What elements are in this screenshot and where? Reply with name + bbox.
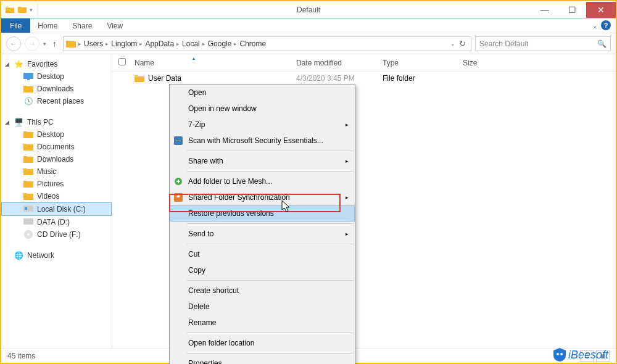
folder-icon [66,39,76,48]
column-headers: Name ▴ Date modified Type Size [112,54,616,72]
scan-icon [173,136,183,146]
context-menu-item[interactable]: Rename [170,315,355,331]
context-menu-item[interactable]: Add folder to Live Mesh... [170,173,355,189]
sidebar-item-localdisk-c[interactable]: Local Disk (C:) [1,202,112,216]
column-date[interactable]: Date modified [296,59,383,67]
sidebar-item-desktop[interactable]: Desktop [1,70,112,83]
ribbon-file-tab[interactable]: File [1,19,30,33]
context-menu-item[interactable]: 7-Zip▸ [170,117,355,133]
folder-icon [23,154,33,164]
svg-point-10 [557,353,559,355]
titlebar-icons: ▾ │ [1,4,41,15]
context-menu-label: Properties [188,359,222,364]
titlebar-dropdown-icon[interactable]: ▾ [30,7,33,13]
refresh-icon[interactable]: ↻ [459,39,468,48]
context-menu-item[interactable]: Shared Folder Synchronization▸ [170,189,355,205]
context-menu-label: Open in new window [188,104,257,113]
context-menu-item[interactable]: Restore previous versions [170,205,355,221]
sidebar-item-documents[interactable]: Documents [1,141,112,153]
sidebar-item-downloads[interactable]: Downloads [1,153,112,165]
svg-rect-1 [27,79,30,80]
search-icon: 🔍 [597,39,607,48]
ribbon-tab-share[interactable]: Share [65,19,99,33]
context-menu-item[interactable]: Copy [170,262,355,278]
sidebar-item-videos[interactable]: Videos [1,190,112,202]
window-title: Default [297,6,320,14]
sidebar-header-network[interactable]: 🌐 Network [1,249,112,262]
breadcrumb-item[interactable]: AppData [145,39,174,48]
sidebar-item-label: Documents [37,143,75,151]
folder-icon [135,74,144,83]
sidebar-item-pictures[interactable]: Pictures [1,178,112,190]
context-menu-item[interactable]: Open in new window [170,101,355,117]
context-menu-item[interactable]: Open folder location [170,335,355,351]
tree-collapse-icon[interactable]: ◢ [5,119,9,125]
breadcrumb-item[interactable]: Linglom [111,39,137,48]
sidebar-favorites: ◢ ⭐ Favorites Desktop Downloads 🕓Recent … [1,58,112,107]
column-type[interactable]: Type [383,59,463,67]
mesh-icon [173,176,183,186]
breadcrumb-dropdown-icon[interactable]: ⌄ [450,41,455,47]
nav-history-dropdown-icon[interactable]: ▾ [43,41,46,47]
svg-rect-4 [23,218,33,225]
nav-forward-button[interactable]: → [25,36,39,51]
help-icon[interactable]: ? [601,20,611,30]
context-menu-separator [187,244,354,244]
nav-up-button[interactable]: ↑ [50,39,59,49]
context-menu-label: Send to [188,230,213,238]
sidebar-item-recent[interactable]: 🕓Recent places [1,95,112,107]
column-size[interactable]: Size [463,59,512,67]
folder-icon [23,179,33,189]
window-controls: — ☐ ✕ [531,2,616,18]
sidebar-header-favorites[interactable]: ◢ ⭐ Favorites [1,58,112,70]
context-menu-item[interactable]: Properties [170,355,355,364]
close-button[interactable]: ✕ [586,2,616,18]
column-name[interactable]: Name [130,59,296,67]
folder-icon [17,5,27,15]
submenu-arrow-icon: ▸ [346,194,349,201]
tree-collapse-icon[interactable]: ◢ [5,61,9,67]
context-menu-label: Copy [188,266,205,275]
computer-icon: 🖥️ [14,117,23,127]
chevron-right-icon: ▸ [175,41,181,47]
sidebar-header-thispc[interactable]: ◢ 🖥️ This PC [1,116,112,128]
breadcrumb-item[interactable]: Chrome [239,39,266,48]
file-name: User Data [148,74,181,83]
context-menu-item[interactable]: Open [170,85,355,101]
watermark: iBeesoft [553,348,608,362]
context-menu-item[interactable]: Create shortcut [170,283,355,299]
context-menu-label: Cut [188,250,200,259]
context-menu-item[interactable]: Share with▸ [170,153,355,169]
sidebar-item-label: Downloads [37,155,73,163]
breadcrumb[interactable]: ▸ Users ▸ Linglom ▸ AppData ▸ Local ▸ Go… [63,36,471,51]
search-input[interactable]: Search Default 🔍 [475,36,611,51]
breadcrumb-item[interactable]: Google [208,39,232,48]
context-menu-item[interactable]: Delete [170,299,355,315]
context-menu-item[interactable]: Cut [170,246,355,262]
sidebar-item-cddrive-f[interactable]: CD Drive (F:) [1,228,112,241]
context-menu-item[interactable]: Scan with Microsoft Security Essentials.… [170,133,355,149]
maximize-button[interactable]: ☐ [558,2,586,18]
ribbon-expand-icon[interactable]: ⌄ [592,22,597,29]
nav-back-button[interactable]: ← [6,36,21,51]
folder-icon [5,5,15,15]
sidebar-item-label: Desktop [37,72,64,81]
file-row[interactable]: User Data 4/3/2020 3:45 PM File folder [112,72,616,85]
watermark-icon [553,348,566,362]
context-menu-item[interactable]: Send to▸ [170,226,355,242]
desktop-icon [23,72,33,81]
context-menu-label: 7-Zip [188,120,205,129]
sort-indicator-icon: ▴ [193,56,195,61]
context-menu-separator [187,223,354,224]
ribbon-tab-view[interactable]: View [99,19,130,33]
sidebar-item-music[interactable]: Music [1,165,112,178]
select-all-checkbox[interactable] [118,58,126,65]
ribbon-tab-home[interactable]: Home [30,19,65,33]
context-menu-label: Delete [188,302,210,311]
breadcrumb-item[interactable]: Local [182,39,200,48]
sidebar-item-downloads[interactable]: Downloads [1,83,112,95]
sidebar-item-data-d[interactable]: DATA (D:) [1,216,112,228]
minimize-button[interactable]: — [531,2,558,18]
breadcrumb-item[interactable]: Users [84,39,103,48]
sidebar-item-desktop[interactable]: Desktop [1,128,112,141]
